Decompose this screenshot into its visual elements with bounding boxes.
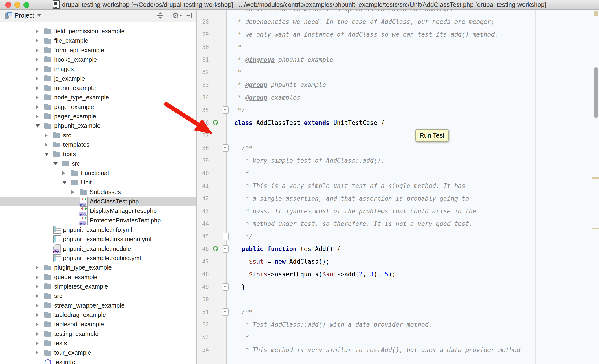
collapse-all-icon[interactable] (156, 11, 164, 19)
tree-item-displaymanagertest-php[interactable]: phpDisplayManagerTest.php (0, 206, 196, 216)
tree-item-tests[interactable]: tests (0, 338, 196, 348)
tree-collapse-arrow-icon[interactable] (44, 153, 49, 156)
tree-item-js-example[interactable]: js_example (0, 74, 196, 83)
tree-expand-arrow-icon[interactable] (35, 39, 39, 43)
code-line-52[interactable]: 52 * Test AddClass::add() with a data pr… (197, 318, 599, 331)
tree-item-file-example[interactable]: file_example (0, 36, 196, 45)
tree-expand-arrow-icon[interactable] (44, 133, 48, 138)
code-line-30[interactable]: 30 * (197, 41, 599, 53)
hide-panel-icon[interactable] (186, 12, 193, 19)
code-line-46[interactable]: 46 public function testAdd() { (197, 243, 599, 255)
code-line-45[interactable]: 45 */ (197, 230, 599, 243)
stripe-marker-top[interactable] (594, 11, 598, 16)
code-line-43[interactable]: 43 * pass. It ignores most of the proble… (197, 205, 599, 218)
code-line-33[interactable]: 33 * @group phpunit_example (197, 79, 599, 91)
tree-item-tabledrag-example[interactable]: tabledrag_example (0, 310, 196, 320)
tree-expand-arrow-icon[interactable] (35, 275, 39, 279)
tree-item-src[interactable]: src (0, 291, 196, 301)
tree-item-phpunit-example[interactable]: phpunit_example (0, 121, 196, 131)
tree-item-functional[interactable]: Functional (0, 168, 196, 178)
tree-item-stream-wrapper-example[interactable]: stream_wrapper_example (0, 301, 196, 310)
editor-scrollbar-thumb[interactable] (594, 67, 598, 118)
tree-item-phpunit-example-links-menu-yml[interactable]: phpunit_example.links.menu.yml (0, 234, 196, 244)
tree-expand-arrow-icon[interactable] (35, 341, 39, 346)
code-line-35[interactable]: 35 */ (197, 104, 599, 116)
code-line-36[interactable]: 36class AddClassTest extends UnitTestCas… (197, 116, 599, 129)
fold-marker-icon[interactable] (222, 283, 229, 291)
tree-expand-arrow-icon[interactable] (35, 29, 39, 34)
tree-item-protectedprivatestest-php[interactable]: phpProtectedPrivatesTest.php (0, 216, 196, 225)
tree-item-simpletest-example[interactable]: simpletest_example (0, 282, 196, 291)
tree-item-plugin-type-example[interactable]: plugin_type_example (0, 263, 196, 272)
tree-item-pager-example[interactable]: pager_example (0, 112, 196, 121)
fold-marker-icon[interactable] (222, 233, 229, 240)
tree-expand-arrow-icon[interactable] (35, 332, 39, 336)
tree-expand-arrow-icon[interactable] (35, 105, 39, 109)
tree-expand-arrow-icon[interactable] (35, 266, 39, 270)
code-line-38[interactable]: 38 /** (197, 142, 599, 154)
code-line-32[interactable]: 32 * (197, 66, 599, 79)
run-test-gutter-icon[interactable] (212, 245, 219, 252)
stripe-marker[interactable] (592, 228, 599, 229)
tree-item-phpunit-example-module[interactable]: phpphpunit_example.module (0, 244, 196, 254)
tree-expand-arrow-icon[interactable] (35, 303, 39, 308)
code-line-47[interactable]: 47 $sut = new AddClass(); (197, 255, 599, 268)
tree-item-form-api-example[interactable]: form_api_example (0, 45, 196, 55)
code-line-42[interactable]: 42 * a single assertion, and that assert… (197, 192, 599, 205)
tree-item-phpunit-example-info-yml[interactable]: phpunit_example.info.yml (0, 225, 196, 235)
code-line-50[interactable]: 50 (197, 293, 599, 306)
fold-marker-icon[interactable] (222, 309, 229, 316)
code-line-40[interactable]: 40 * (197, 167, 599, 179)
tree-expand-arrow-icon[interactable] (71, 190, 74, 194)
tree-collapse-arrow-icon[interactable] (53, 162, 58, 166)
code-line-29[interactable]: 29 * we only want an instance of AddClas… (197, 28, 599, 41)
tree-expand-arrow-icon[interactable] (35, 95, 39, 100)
tree-item-testing-example[interactable]: testing_example (0, 329, 196, 339)
tree-expand-arrow-icon[interactable] (35, 114, 39, 119)
code-line-53[interactable]: 53 * (197, 331, 599, 344)
tree-expand-arrow-icon[interactable] (35, 77, 39, 81)
project-panel-title[interactable]: Project (15, 12, 34, 19)
tree-item-src[interactable]: src (0, 131, 196, 140)
code-editor[interactable]: 2627 * So with that in mind, it's up to … (197, 9, 599, 364)
gear-icon[interactable]: ⚙ (172, 12, 182, 19)
tree-item-templates[interactable]: templates (0, 140, 196, 150)
tree-item-phpunit-example-routing-yml[interactable]: phpunit_example.routing.yml (0, 253, 196, 263)
code-line-48[interactable]: 48 $this->assertEquals($sut->add(2, 3), … (197, 268, 599, 281)
run-test-gutter-icon[interactable] (212, 119, 219, 126)
tree-item-unit[interactable]: Unit (0, 178, 196, 187)
tree-item-src[interactable]: src (0, 159, 196, 169)
fold-marker-icon[interactable] (222, 144, 229, 152)
tree-collapse-arrow-icon[interactable] (62, 181, 67, 184)
tree-item-menu-example[interactable]: menu_example (0, 83, 196, 93)
tree-expand-arrow-icon[interactable] (35, 351, 39, 355)
tree-item-page-example[interactable]: page_example (0, 102, 196, 112)
tree-item-hooks-example[interactable]: hooks_example (0, 55, 196, 64)
stripe-marker[interactable] (592, 178, 599, 179)
tree-expand-arrow-icon[interactable] (35, 284, 39, 289)
tree-item-tablesort-example[interactable]: tablesort_example (0, 320, 196, 329)
run-test-tooltip[interactable]: Run Test (415, 129, 449, 142)
tree-expand-arrow-icon[interactable] (35, 322, 39, 327)
code-line-39[interactable]: 39 * Very simple test of AddClass::add()… (197, 154, 599, 167)
tree-item-images[interactable]: images (0, 64, 196, 74)
code-line-28[interactable]: 28 * dependencies we need. In the case o… (197, 16, 599, 28)
tree-expand-arrow-icon[interactable] (35, 313, 39, 317)
code-line-41[interactable]: 41 * This is a very simple unit test of … (197, 179, 599, 192)
code-line-37[interactable]: 37 (197, 129, 599, 142)
tree-item--eslintrc[interactable]: ⬡.eslintrc (0, 357, 196, 364)
tree-item-tour-example[interactable]: tour_example (0, 348, 196, 357)
fold-marker-icon[interactable] (222, 107, 229, 114)
tree-expand-arrow-icon[interactable] (35, 58, 39, 62)
tree-expand-arrow-icon[interactable] (62, 171, 65, 175)
tree-expand-arrow-icon[interactable] (35, 294, 39, 298)
code-line-51[interactable]: 51 /** (197, 306, 599, 319)
code-line-31[interactable]: 31 * @ingroup phpunit_example (197, 53, 599, 66)
chevron-down-icon[interactable] (37, 14, 41, 17)
code-line-44[interactable]: 44 * method under test, so therefore: It… (197, 218, 599, 230)
tree-expand-arrow-icon[interactable] (35, 67, 39, 71)
tree-item-addclasstest-php[interactable]: phpAddClassTest.php (0, 197, 196, 206)
tree-expand-arrow-icon[interactable] (35, 86, 39, 90)
code-line-49[interactable]: 49 } (197, 281, 599, 293)
tree-collapse-arrow-icon[interactable] (35, 124, 40, 127)
